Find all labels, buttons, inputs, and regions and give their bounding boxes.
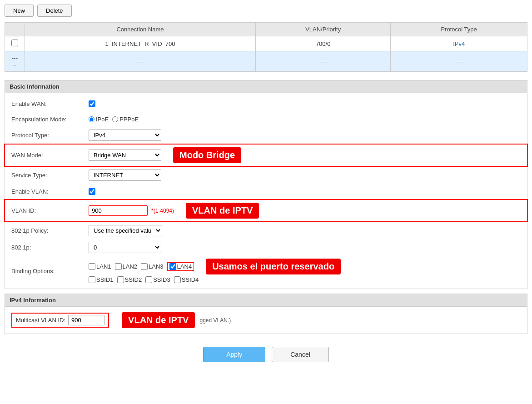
pppoe-radio[interactable] — [112, 116, 118, 122]
dot1p-label: 802.1p: — [11, 244, 89, 251]
row-vlan: 700/0 — [256, 36, 391, 51]
vlan-id-badge: VLAN de IPTV — [186, 203, 259, 219]
multicast-vlan-input[interactable] — [68, 315, 104, 325]
lan4-checkbox[interactable] — [169, 263, 176, 270]
binding-label: Binding Options: — [11, 268, 89, 274]
row-checkbox-cell[interactable] — [5, 36, 25, 51]
ipoe-radio[interactable] — [89, 116, 94, 122]
new-button[interactable]: New — [5, 5, 34, 17]
enable-vlan-row: Enable VLAN: — [5, 184, 527, 199]
row-dashed-protocol: ---- — [391, 51, 527, 72]
col-header-vlan: VLAN/Priority — [256, 23, 391, 36]
wan-mode-row: WAN Mode: Bridge WAN Route WAN Modo Brid… — [4, 144, 528, 167]
ssid4-label[interactable]: SSID4 — [174, 276, 199, 283]
table-row-dashed[interactable]: ---- ---- ---- ---- — [5, 51, 527, 72]
dot1p-row: 802.1p: 0123 4567 — [5, 239, 527, 256]
action-buttons: Apply Cancel — [5, 339, 527, 367]
enable-wan-control — [89, 100, 521, 107]
cancel-button[interactable]: Cancel — [272, 347, 329, 362]
policy-label: 802.1p Policy: — [11, 227, 89, 234]
ipoe-text: IPoE — [96, 116, 109, 123]
lan3-checkbox[interactable] — [141, 263, 148, 270]
lan1-label[interactable]: LAN1 — [89, 263, 111, 270]
encapsulation-control: IPoE PPPoE — [89, 116, 521, 123]
apply-button[interactable]: Apply — [203, 347, 265, 362]
policy-select[interactable]: Use the specified valu Other — [89, 225, 162, 236]
encapsulation-label: Encapsulation Mode: — [11, 116, 89, 123]
enable-vlan-label: Enable VLAN: — [11, 188, 89, 195]
pppoe-label[interactable]: PPPoE — [112, 116, 139, 123]
row-dashed-check: ---- — [5, 51, 25, 72]
service-type-select[interactable]: INTERNET OTHER — [89, 170, 161, 181]
enable-wan-checkbox[interactable] — [89, 100, 95, 107]
table-row[interactable]: 1_INTERNET_R_VID_700 700/0 IPv4 — [5, 36, 527, 51]
ssid1-checkbox[interactable] — [89, 276, 95, 283]
multicast-vlan-row: Multicast VLAN ID: VLAN de IPTV gged VLA… — [5, 309, 527, 331]
service-type-control: INTERNET OTHER — [89, 170, 521, 181]
ssid4-checkbox[interactable] — [174, 276, 181, 283]
encapsulation-row: Encapsulation Mode: IPoE PPPoE — [5, 111, 527, 127]
dot1p-control: 0123 4567 — [89, 242, 521, 253]
binding-row: Binding Options: LAN1 LAN2 LAN3 LAN4 Usa… — [5, 256, 527, 286]
ssid2-checkbox[interactable] — [117, 276, 124, 283]
vlan-range-text: *(1-4094) — [151, 208, 174, 214]
protocol-type-row: Protocol Type: IPv4 IPv6 IPv4/IPv6 — [5, 127, 527, 144]
row-checkbox[interactable] — [11, 40, 18, 46]
delete-button[interactable]: Delete — [37, 5, 72, 17]
enable-wan-row: Enable WAN: — [5, 96, 527, 111]
binding-badge: Usamos el puerto reservado — [206, 259, 341, 274]
toolbar: New Delete — [5, 5, 527, 17]
lan2-checkbox[interactable] — [115, 263, 122, 270]
lan2-label[interactable]: LAN2 — [115, 263, 138, 270]
binding-row1: LAN1 LAN2 LAN3 LAN4 Usamos el puerto res… — [89, 259, 341, 274]
wan-mode-label: WAN Mode: — [11, 152, 89, 159]
connection-table: Connection Name VLAN/Priority Protocol T… — [5, 22, 527, 72]
enable-vlan-control — [89, 188, 521, 195]
wan-mode-control: Bridge WAN Route WAN Modo Bridge — [89, 147, 521, 163]
vlan-id-row: VLAN ID: *(1-4094) VLAN de IPTV — [4, 199, 528, 222]
pppoe-text: PPPoE — [119, 116, 139, 123]
basic-info-body: Enable WAN: Encapsulation Mode: IPoE PPP… — [5, 93, 527, 289]
col-header-name: Connection Name — [25, 23, 256, 36]
col-header-protocol: Protocol Type — [391, 23, 527, 36]
row-protocol: IPv4 — [391, 36, 527, 51]
ssid1-label[interactable]: SSID1 — [89, 276, 114, 283]
service-type-label: Service Type: — [11, 172, 89, 179]
lan3-label[interactable]: LAN3 — [141, 263, 164, 270]
protocol-type-select[interactable]: IPv4 IPv6 IPv4/IPv6 — [89, 130, 161, 141]
basic-info-header: Basic Information — [5, 80, 527, 93]
binding-control: LAN1 LAN2 LAN3 LAN4 Usamos el puerto res… — [89, 259, 521, 283]
multicast-highlight-box: Multicast VLAN ID: — [11, 313, 109, 328]
ipv4-info-body: Multicast VLAN ID: VLAN de IPTV gged VLA… — [5, 307, 527, 334]
dot1p-select[interactable]: 0123 4567 — [89, 242, 161, 253]
ssid3-checkbox[interactable] — [145, 276, 152, 283]
service-type-row: Service Type: INTERNET OTHER — [5, 167, 527, 184]
lan1-checkbox[interactable] — [89, 263, 95, 270]
lan4-label[interactable]: LAN4 — [167, 262, 194, 271]
wan-mode-badge: Modo Bridge — [173, 147, 241, 163]
policy-row: 802.1p Policy: Use the specified valu Ot… — [5, 222, 527, 239]
ipv4-info-section: IPv4 Information Multicast VLAN ID: VLAN… — [5, 294, 527, 334]
vlan-id-control: *(1-4094) VLAN de IPTV — [89, 203, 521, 219]
binding-row2: SSID1 SSID2 SSID3 SSID4 — [89, 276, 341, 283]
ssid2-label[interactable]: SSID2 — [117, 276, 142, 283]
multicast-badge: VLAN de IPTV — [122, 312, 195, 328]
row-dashed-vlan: ---- — [256, 51, 391, 72]
protocol-type-control: IPv4 IPv6 IPv4/IPv6 — [89, 130, 521, 141]
basic-info-section: Basic Information Enable WAN: Encapsulat… — [5, 80, 527, 289]
multicast-control: Multicast VLAN ID: VLAN de IPTV gged VLA… — [11, 312, 521, 328]
ipoe-label[interactable]: IPoE — [89, 116, 109, 123]
protocol-type-label: Protocol Type: — [11, 132, 89, 139]
wan-mode-select[interactable]: Bridge WAN Route WAN — [89, 150, 161, 161]
enable-vlan-checkbox[interactable] — [89, 188, 95, 195]
vlan-id-input[interactable] — [89, 205, 148, 216]
row-dashed-name: ---- — [25, 51, 256, 72]
policy-control: Use the specified valu Other — [89, 225, 521, 236]
vlan-id-label: VLAN ID: — [11, 207, 89, 214]
row-connection-name: 1_INTERNET_R_VID_700 — [25, 36, 256, 51]
multicast-label: Multicast VLAN ID: — [16, 317, 65, 324]
enable-wan-label: Enable WAN: — [11, 100, 89, 107]
ssid3-label[interactable]: SSID3 — [145, 276, 170, 283]
ipv4-info-header: IPv4 Information — [5, 294, 527, 307]
multicast-suffix: gged VLAN.) — [199, 317, 231, 324]
